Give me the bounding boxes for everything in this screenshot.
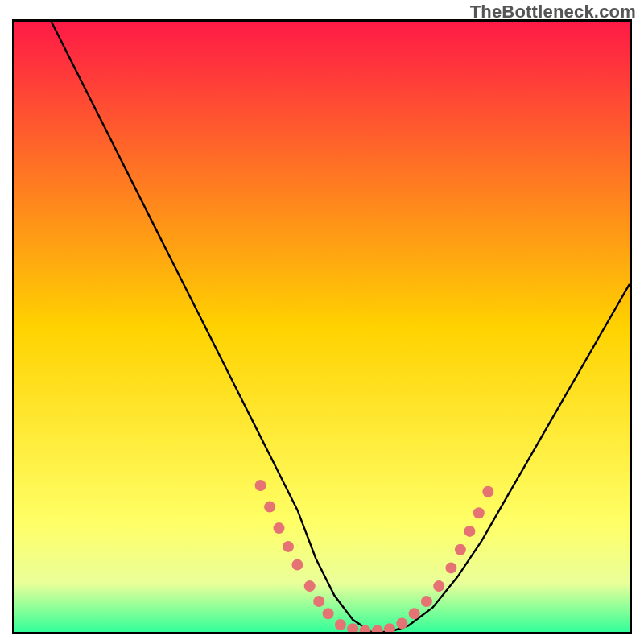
marker-point xyxy=(421,596,432,607)
chart-container: TheBottleneck.com xyxy=(0,0,644,644)
marker-point xyxy=(445,562,456,573)
watermark-text: TheBottleneck.com xyxy=(470,2,636,23)
marker-point xyxy=(313,596,324,607)
marker-point xyxy=(396,617,407,629)
marker-point xyxy=(255,480,266,491)
marker-point xyxy=(455,544,466,555)
marker-point xyxy=(274,522,285,534)
marker-point xyxy=(433,580,444,592)
marker-point xyxy=(264,502,275,513)
marker-point xyxy=(473,507,485,518)
marker-point xyxy=(335,619,346,630)
marker-point xyxy=(283,541,294,552)
marker-point xyxy=(482,486,493,497)
marker-point xyxy=(464,526,475,537)
chart-svg xyxy=(14,22,630,632)
marker-point xyxy=(409,608,420,619)
chart-background xyxy=(14,22,630,632)
marker-point xyxy=(304,580,316,592)
marker-point xyxy=(291,559,303,571)
plot-area xyxy=(14,22,630,632)
marker-point xyxy=(323,608,334,619)
